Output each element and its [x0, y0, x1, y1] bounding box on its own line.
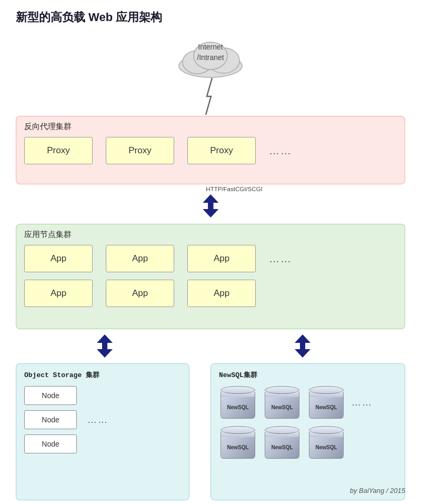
newsql-cyl-4: NewSQL — [219, 426, 257, 459]
newsql-label: NewSQL集群 — [219, 370, 397, 380]
middle-double-arrow — [196, 193, 225, 219]
proxy-box-2: Proxy — [106, 137, 174, 164]
newsql-row1-dots: …… — [352, 397, 373, 408]
newsql-grid: NewSQL NewSQL NewSQL …… — [219, 386, 397, 459]
left-bottom-arrow — [91, 333, 119, 359]
object-storage-cluster: Object Storage 集群 Node Node …… Node — [16, 363, 189, 500]
right-double-arrow — [288, 333, 317, 359]
node-row-2: Node …… — [24, 410, 181, 429]
app-cluster-label: 应用节点集群 — [24, 230, 397, 240]
node-box-1: Node — [24, 386, 77, 405]
object-storage-label: Object Storage 集群 — [24, 370, 181, 380]
newsql-cyl-6: NewSQL — [307, 426, 345, 459]
node-dots: …… — [87, 414, 108, 426]
node-box-3: Node — [24, 434, 77, 453]
app-row-2: App App App — [24, 280, 397, 307]
node-box-2: Node — [24, 410, 77, 429]
newsql-cyl-2: NewSQL — [263, 386, 301, 419]
node-row-1: Node — [24, 386, 181, 405]
app-row1-dots: …… — [269, 253, 292, 265]
page-title: 新型的高负载 Web 应用架构 — [0, 0, 421, 31]
proxy-dots: …… — [269, 145, 292, 157]
node-row-3: Node — [24, 434, 181, 453]
proxy-box-1: Proxy — [24, 137, 93, 164]
proxy-cluster-label: 反向代理集群 — [24, 122, 397, 132]
app-box-6: App — [187, 280, 256, 307]
app-box-4: App — [24, 280, 93, 307]
svg-marker-9 — [295, 343, 310, 358]
newsql-row-1: NewSQL NewSQL NewSQL …… — [219, 386, 397, 419]
app-box-2: App — [106, 245, 174, 272]
app-box-1: App — [24, 245, 93, 272]
app-grid: App App App …… App App App — [24, 245, 397, 307]
newsql-cyl-3: NewSQL — [307, 386, 345, 419]
right-bottom-arrow — [288, 333, 317, 359]
newsql-cyl-1: NewSQL — [219, 386, 257, 419]
cloud-area: Internet /Intranet — [168, 37, 253, 81]
newsql-cluster: NewSQL集群 NewSQL NewSQL NewSQL — [210, 363, 405, 500]
diagram-container: Internet /Intranet 反向代理集群 Proxy Proxy Pr… — [11, 32, 410, 493]
svg-marker-5 — [203, 203, 218, 218]
app-row-1: App App App …… — [24, 245, 397, 272]
app-cluster: 应用节点集群 App App App …… App App App — [16, 224, 405, 329]
watermark: by BaiYang / 2015 — [350, 487, 405, 495]
proxy-row: Proxy Proxy Proxy …… — [24, 137, 397, 164]
cloud-label2: /Intranet — [197, 53, 224, 62]
app-box-3: App — [187, 245, 256, 272]
proxy-cluster: 反向代理集群 Proxy Proxy Proxy …… — [16, 116, 405, 184]
node-list: Node Node …… Node — [24, 386, 181, 453]
cloud-label1: Internet — [198, 43, 223, 51]
newsql-row-2: NewSQL NewSQL NewSQL — [219, 426, 397, 459]
lightning-bolt — [203, 78, 218, 117]
middle-arrow-area: HTTP/FastCGI/SCGI — [158, 186, 262, 219]
proxy-box-3: Proxy — [187, 137, 256, 164]
newsql-cyl-5: NewSQL — [263, 426, 301, 459]
left-double-arrow — [91, 333, 119, 359]
middle-arrow-label: HTTP/FastCGI/SCGI — [206, 186, 262, 192]
app-box-5: App — [106, 280, 174, 307]
svg-marker-7 — [97, 343, 113, 358]
